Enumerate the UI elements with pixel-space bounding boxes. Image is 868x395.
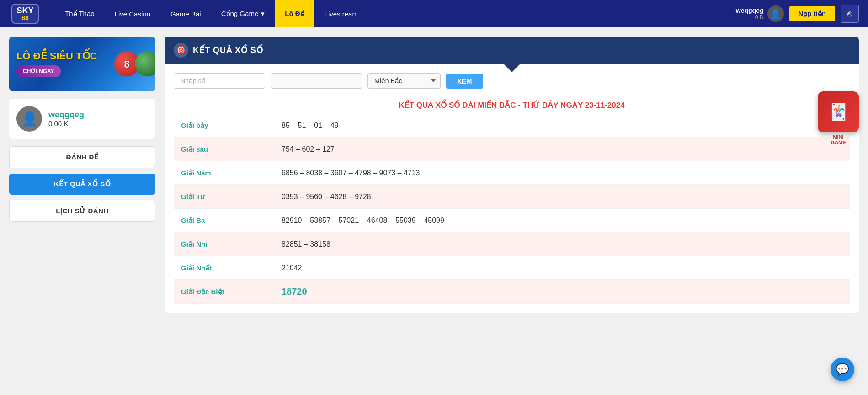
user-card-name: weqgqeg bbox=[48, 110, 84, 120]
user-card-info: weqgqeg 0.00 K bbox=[48, 110, 84, 127]
giai-bay-values: 85 – 51 – 01 – 49 bbox=[274, 117, 850, 134]
user-card: 👤 weqgqeg 0.00 K bbox=[9, 99, 155, 139]
giai-tu-values: 0353 – 9560 – 4628 – 9728 bbox=[274, 188, 850, 205]
table-row: Giải Nhất 21042 bbox=[174, 256, 850, 280]
giai-dac-biet-values: 18720 bbox=[274, 282, 850, 301]
main-nav: Thể Thao Live Casino Game Bài Cổng Game … bbox=[55, 0, 722, 27]
danh-de-button[interactable]: ĐÁNH ĐỀ bbox=[9, 146, 155, 168]
avatar: 👤 bbox=[16, 106, 42, 132]
number-input[interactable] bbox=[174, 73, 265, 89]
logout-icon: ⎋ bbox=[847, 9, 852, 19]
nav-item-livestream[interactable]: Livestream bbox=[314, 0, 368, 27]
main-content: LÔ ĐỀ SIÊU TỐC CHƠI NGAY 8 👤 weqgqeg 0.0… bbox=[0, 27, 868, 322]
cards-icon: 🃏 bbox=[828, 102, 849, 121]
nav-item-live-casino[interactable]: Live Casino bbox=[105, 0, 160, 27]
table-row: Giải Nhì 82851 – 38158 bbox=[174, 232, 850, 256]
ket-qua-xo-so-button[interactable]: KẾT QUẢ XỔ SỐ bbox=[9, 174, 155, 195]
table-row: Giải Năm 6856 – 8038 – 3607 – 4798 – 907… bbox=[174, 161, 850, 185]
table-row: Giải sáu 754 – 602 – 127 bbox=[174, 137, 850, 161]
header-right: weqgqeg 0 Đ 👤 Nạp tiền ⎋ bbox=[736, 5, 859, 23]
main-panel: 🎯 KẾT QUẢ XỔ SỐ 23-11-2024 Miền Bắc Miền… bbox=[165, 37, 859, 313]
giai-ba-label: Giải Ba bbox=[174, 212, 274, 229]
giai-nhat-values: 21042 bbox=[274, 259, 850, 277]
choi-ngay-button[interactable]: CHƠI NGAY bbox=[16, 65, 61, 77]
user-card-balance: 0.00 K bbox=[48, 120, 84, 127]
mini-game-icon: 🃏 bbox=[818, 91, 859, 132]
logout-button[interactable]: ⎋ bbox=[841, 5, 859, 23]
nav-item-cong-game[interactable]: Cổng Game ▾ bbox=[211, 0, 275, 27]
giai-dac-biet-label: Giải Đặc Biệt bbox=[174, 283, 274, 300]
table-row: Giải Ba 82910 – 53857 – 57021 – 46408 – … bbox=[174, 209, 850, 232]
user-info: weqgqeg 0 Đ 👤 bbox=[736, 5, 784, 22]
chevron-down-icon: ▾ bbox=[261, 10, 265, 18]
nap-tien-button[interactable]: Nạp tiền bbox=[789, 6, 836, 21]
giai-sau-label: Giải sáu bbox=[174, 141, 274, 158]
giai-tu-label: Giải Tư bbox=[174, 188, 274, 205]
header-avatar[interactable]: 👤 bbox=[767, 5, 784, 22]
mini-game-widget[interactable]: 🃏 MINIGAME bbox=[818, 91, 859, 145]
xo-so-icon: 🎯 bbox=[176, 45, 186, 55]
giai-nhat-label: Giải Nhất bbox=[174, 259, 274, 277]
banner-text: LÔ ĐỀ SIÊU TỐC CHƠI NGAY bbox=[16, 51, 97, 77]
nav-item-game-bai[interactable]: Game Bài bbox=[160, 0, 211, 27]
results-table: Giải bảy 85 – 51 – 01 – 49 Giải sáu 754 … bbox=[165, 114, 859, 313]
panel-header-title: KẾT QUẢ XỔ SỐ bbox=[193, 45, 263, 55]
giai-nhi-values: 82851 – 38158 bbox=[274, 236, 850, 253]
table-row: Giải Đặc Biệt 18720 bbox=[174, 280, 850, 304]
lo-de-banner[interactable]: LÔ ĐỀ SIÊU TỐC CHƠI NGAY 8 bbox=[9, 37, 155, 91]
panel-header-icon: 🎯 bbox=[174, 43, 188, 58]
sidebar: LÔ ĐỀ SIÊU TỐC CHƠI NGAY 8 👤 weqgqeg 0.0… bbox=[9, 37, 155, 313]
table-row: Giải Tư 0353 – 9560 – 4628 – 9728 bbox=[174, 185, 850, 209]
logo[interactable]: SKY 88 bbox=[9, 2, 41, 25]
nav-item-lo-de[interactable]: Lô Đề bbox=[275, 0, 314, 27]
mini-game-label: MINIGAME bbox=[818, 134, 859, 145]
lich-su-danh-button[interactable]: LỊCH SỬ ĐÁNH bbox=[9, 200, 155, 222]
header-balance: 0 Đ bbox=[755, 14, 764, 21]
logo-sky-text: SKY bbox=[16, 6, 33, 15]
giai-ba-values: 82910 – 53857 – 57021 – 46408 – 55039 – … bbox=[274, 212, 850, 229]
header: SKY 88 Thể Thao Live Casino Game Bài Cổn… bbox=[0, 0, 868, 27]
region-select[interactable]: Miền Bắc Miền Nam Miền Trung bbox=[367, 73, 441, 89]
result-title: KẾT QUẢ XỔ SỐ ĐÀI MIỀN BẮC - THỨ BẢY NGÀ… bbox=[165, 93, 859, 114]
nav-item-the-thao[interactable]: Thể Thao bbox=[55, 0, 105, 27]
logo-88-text: 88 bbox=[21, 15, 29, 21]
giai-bay-label: Giải bảy bbox=[174, 117, 274, 134]
date-input[interactable]: 23-11-2024 bbox=[271, 73, 362, 89]
panel-header: 🎯 KẾT QUẢ XỔ SỐ bbox=[165, 37, 859, 64]
banner-title: LÔ ĐỀ SIÊU TỐC bbox=[16, 51, 97, 62]
giai-sau-values: 754 – 602 – 127 bbox=[274, 141, 850, 158]
xem-button[interactable]: XEM bbox=[446, 74, 483, 89]
header-username: weqgqeg bbox=[736, 7, 764, 14]
banner-balls: 8 bbox=[114, 52, 155, 77]
ball-green bbox=[135, 52, 155, 77]
giai-nam-values: 6856 – 8038 – 3607 – 4798 – 9073 – 4713 bbox=[274, 164, 850, 182]
giai-nhi-label: Giải Nhì bbox=[174, 236, 274, 253]
giai-nam-label: Giải Năm bbox=[174, 164, 274, 182]
table-row: Giải bảy 85 – 51 – 01 – 49 bbox=[174, 114, 850, 137]
